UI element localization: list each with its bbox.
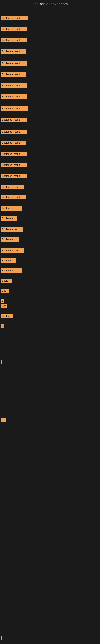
bottleneck-bar: B (1, 299, 4, 303)
bar-row-22: Bottlenec (0, 258, 16, 264)
bar-row-18: Bottleneck (0, 216, 17, 222)
bar-row-21: Bottleneck resu (0, 248, 24, 254)
bottleneck-bar: Bott (1, 288, 9, 293)
bar-row-0: Bottleneck result (0, 16, 28, 21)
bottleneck-bar: Bottleneck result (1, 16, 28, 20)
bottleneck-bar: Bottleneck result (1, 94, 27, 99)
site-title: TheBottlenecker.com (0, 0, 100, 8)
small-bar (1, 636, 2, 640)
bar-row-10: Bottleneck result (0, 130, 27, 135)
bottleneck-bar: Bottleneck result (1, 141, 26, 145)
bar-row-16: Bottleneck result (0, 195, 26, 200)
bar-row-14: Bottleneck result (0, 174, 27, 179)
bottleneck-bar: Bottleneck result (1, 83, 27, 88)
bottleneck-bar: Bottleneck result (1, 130, 27, 134)
bottleneck-bar: Bottleneck resu (1, 185, 24, 190)
bottleneck-bar: Bottleneck (1, 216, 17, 220)
bar-row-3: Bottleneck result (0, 49, 26, 54)
bottleneck-bar: Bot (1, 304, 7, 308)
bar-row-12: Bottleneck result (0, 152, 27, 157)
bar-row-15: Bottleneck resu (0, 185, 24, 190)
bottleneck-bar: Bottleneck result (1, 195, 26, 200)
bottleneck-bar: Bottlenec (1, 258, 16, 263)
bar-row-25: Bott (0, 288, 9, 294)
bar-row-11: Bottleneck result (0, 141, 26, 146)
bottleneck-bar: Bottleneck res (1, 227, 23, 232)
bar-row-8: Bottleneck result (0, 106, 28, 112)
bottleneck-bar: B (1, 324, 4, 328)
bar-row-23: Bottleneck re (0, 268, 22, 274)
bottleneck-bar: Bottleneck re (1, 268, 22, 273)
bar-row-29: B (0, 324, 4, 329)
bar-row-13: Bottleneck result (0, 163, 27, 168)
bottleneck-bar: Bottleneck result (1, 61, 27, 66)
bar-row-19: Bottleneck res (0, 227, 23, 232)
bottleneck-bar: Bottleneck result (1, 152, 27, 156)
bottleneck-bar: Bottleneck resu (1, 248, 24, 253)
bar-row-17: Bottleneck re (0, 206, 22, 211)
bar-row-37 (0, 418, 6, 423)
bottleneck-bar: Bottleneck re (1, 206, 22, 210)
bar-row-32 (0, 360, 2, 365)
bar-row-5: Bottleneck result (0, 72, 26, 78)
bottleneck-bar: Bottleneck r (1, 237, 19, 242)
bottleneck-bar: Bottle (1, 278, 12, 283)
tiny-bar (1, 418, 6, 422)
bar-row-4: Bottleneck result (0, 61, 27, 66)
bar-row-9: Bottleneck result (0, 118, 27, 123)
bottleneck-bar: Bottleneck result (1, 106, 28, 111)
bottleneck-bar: Bottleneck result (1, 163, 27, 167)
bottleneck-bar: Bottleneck result (1, 174, 27, 178)
bar-row-27: Bot (0, 304, 7, 309)
bar-row-2: Bottleneck result (0, 38, 27, 43)
bar-row-24: Bottle (0, 278, 12, 284)
bar-row-7: Bottleneck result (0, 94, 27, 100)
bar-row-20: Bottleneck r (0, 237, 19, 242)
bottleneck-bar: Bottleneck result (1, 72, 26, 77)
bar-row-28: Bottlen (0, 314, 13, 319)
bar-row-1: Bottleneck result (0, 27, 27, 32)
small-bar (1, 360, 2, 364)
bar-row-6: Bottleneck result (0, 83, 27, 88)
bottleneck-bar: Bottleneck result (1, 38, 27, 42)
bottleneck-bar: Bottlen (1, 314, 13, 318)
bottleneck-bar: Bottleneck result (1, 49, 26, 54)
bottleneck-bar: Bottleneck result (1, 118, 27, 122)
bar-row-41 (0, 636, 2, 640)
bar-row-26: B (0, 299, 4, 304)
bottleneck-bar: Bottleneck result (1, 27, 27, 32)
